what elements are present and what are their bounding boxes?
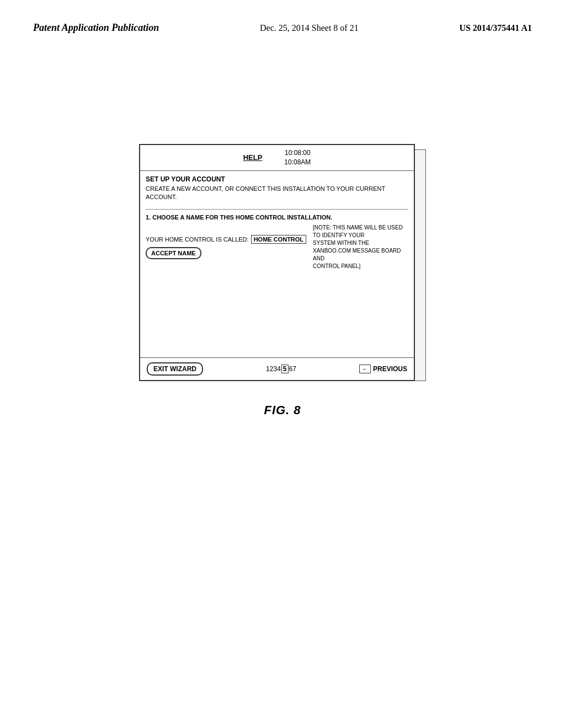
figure-caption: FIG. 8 bbox=[0, 403, 565, 417]
publication-label: Patent Application Publication bbox=[33, 22, 159, 34]
section-right: [NOTE: THIS NAME WILL BE USED TO IDENTIF… bbox=[311, 223, 408, 270]
panel-footer: EXIT WIZARD 1234 5 67 ← PREVIOUS bbox=[140, 358, 414, 380]
date-sheet-label: Dec. 25, 2014 Sheet 8 of 21 bbox=[260, 23, 359, 33]
patent-number-label: US 2014/375441 A1 bbox=[459, 23, 532, 33]
help-link[interactable]: HELP bbox=[243, 153, 263, 162]
account-subtext: CREATE A NEW ACCOUNT, OR CONNECT THIS IN… bbox=[146, 185, 408, 202]
panel-header: HELP 10:08:00 10:08AM bbox=[140, 145, 414, 171]
account-subtext-text: CREATE A NEW ACCOUNT, OR CONNECT THIS IN… bbox=[146, 185, 385, 200]
accept-name-button[interactable]: ACCEPT NAME bbox=[146, 247, 201, 259]
time-line1: 10:08:00 bbox=[284, 148, 311, 158]
section-divider bbox=[146, 209, 408, 210]
prev-arrow-icon: ← bbox=[359, 365, 371, 373]
section-left: YOUR HOME CONTROL IS CALLED: HOME CONTRO… bbox=[146, 223, 306, 259]
page-current: 5 bbox=[281, 365, 289, 373]
time-line2: 10:08AM bbox=[284, 158, 311, 167]
time-display: 10:08:00 10:08AM bbox=[284, 148, 311, 167]
home-control-label: YOUR HOME CONTROL IS CALLED: bbox=[146, 236, 249, 243]
panel-container: HELP 10:08:00 10:08AM SET UP YOUR ACCOUN… bbox=[139, 144, 426, 387]
page-numbers: 1234 5 67 bbox=[266, 365, 296, 373]
page-numbers-suffix: 67 bbox=[289, 365, 296, 373]
section1-title: 1. CHOOSE A NAME FOR THIS HOME CONTROL I… bbox=[146, 214, 408, 221]
previous-label: PREVIOUS bbox=[373, 365, 407, 373]
page-header: Patent Application Publication Dec. 25, … bbox=[0, 0, 565, 45]
home-control-line: YOUR HOME CONTROL IS CALLED: HOME CONTRO… bbox=[146, 235, 306, 244]
exit-wizard-button[interactable]: EXIT WIZARD bbox=[147, 362, 203, 376]
note-text: [NOTE: THIS NAME WILL BE USED TO IDENTIF… bbox=[313, 224, 408, 270]
front-panel: HELP 10:08:00 10:08AM SET UP YOUR ACCOUN… bbox=[139, 144, 415, 381]
page-numbers-prefix: 1234 bbox=[266, 365, 281, 373]
panel-body: SET UP YOUR ACCOUNT CREATE A NEW ACCOUNT… bbox=[140, 171, 414, 358]
account-header: SET UP YOUR ACCOUNT bbox=[146, 175, 408, 183]
previous-button[interactable]: ← PREVIOUS bbox=[359, 365, 407, 373]
home-control-value: HOME CONTROL bbox=[251, 235, 306, 244]
main-content: HELP 10:08:00 10:08AM SET UP YOUR ACCOUN… bbox=[0, 45, 565, 387]
